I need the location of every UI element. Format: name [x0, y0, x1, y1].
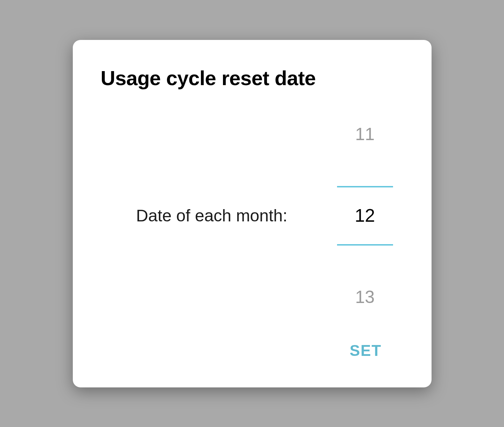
picker-row: Date of each month: 11 12 13: [101, 93, 404, 338]
date-number-picker[interactable]: 11 12 13: [337, 118, 393, 314]
reset-date-dialog: Usage cycle reset date Date of each mont…: [73, 40, 432, 387]
picker-next-value[interactable]: 13: [337, 288, 393, 307]
picker-current-value[interactable]: 12: [337, 206, 393, 226]
picker-divider-top: [337, 186, 393, 187]
picker-divider-bottom: [337, 244, 393, 246]
set-button[interactable]: SET: [343, 338, 389, 363]
dialog-title: Usage cycle reset date: [101, 66, 404, 90]
picker-label: Date of each month:: [101, 206, 337, 225]
dialog-actions: SET: [101, 338, 404, 366]
picker-prev-value[interactable]: 11: [337, 125, 393, 144]
